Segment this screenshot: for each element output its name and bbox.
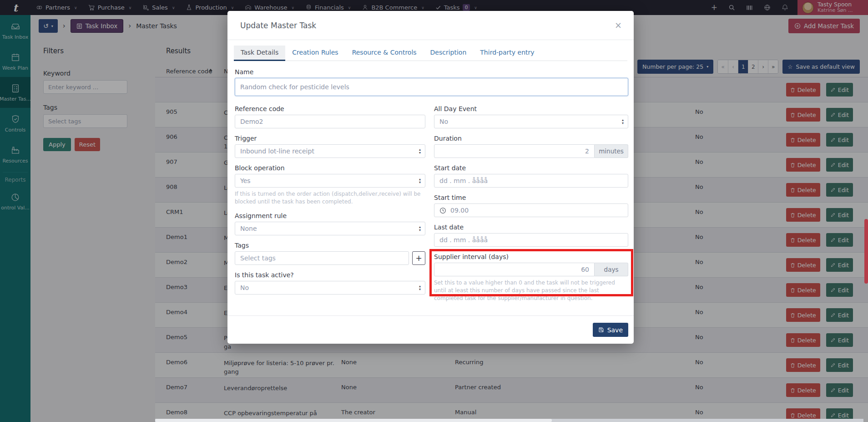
save-button[interactable]: Save [593,323,628,337]
clock-icon [439,207,446,214]
start-date-label: Start date [434,164,628,172]
block-operation-select[interactable]: Yes▴▾ [235,174,425,188]
horizontal-scrollbar[interactable] [155,419,863,422]
tab-third-party-entry[interactable]: Third-party entry [473,46,541,61]
floppy-save-icon [598,327,604,333]
select-stepper-icon: ▴▾ [419,178,421,184]
name-label: Name [235,68,628,76]
select-stepper-icon: ▴▾ [622,118,624,125]
tab-resource-controls[interactable]: Resource & Controls [345,46,424,61]
start-time-input[interactable]: 09.00 [434,203,628,217]
supplier-interval-help: Set this to a value higher than 0 and th… [434,279,628,302]
reference-code-label: Reference code [235,105,425,112]
horizontal-scrollbar-thumb[interactable] [155,419,552,422]
supplier-interval-label: Supplier interval (days) [434,253,628,260]
is-task-active-select[interactable]: No▴▾ [235,281,425,295]
block-operation-help: If this is turned on the order action (d… [235,190,425,206]
name-input[interactable] [235,78,628,96]
select-stepper-icon: ▴▾ [419,225,421,232]
tags-label: Tags [235,242,425,249]
supplier-interval-input[interactable] [434,263,595,276]
assignment-rule-label: Assignment rule [235,212,425,219]
add-tag-button[interactable]: + [412,251,425,265]
close-icon[interactable]: × [611,19,626,31]
duration-label: Duration [434,135,628,142]
is-task-active-label: Is this task active? [235,271,425,279]
modal-title: Update Master Task [240,21,316,30]
modal-tabs: Task Details Creation Rules Resource & C… [234,46,627,61]
select-stepper-icon: ▴▾ [419,148,421,154]
supplier-interval-unit-addon: days [595,263,628,276]
last-date-input[interactable] [434,233,628,247]
all-day-event-select[interactable]: No▴▾ [434,115,628,128]
vertical-scrollbar-thumb[interactable] [864,219,868,284]
trigger-select[interactable]: Inbound lot-line receipt▴▾ [235,144,425,158]
supplier-interval-group: Supplier interval (days) days Set this t… [434,253,628,302]
select-stepper-icon: ▴▾ [419,285,421,291]
assignment-rule-select[interactable]: None▴▾ [235,222,425,235]
duration-input[interactable] [434,144,595,158]
last-date-label: Last date [434,224,628,231]
start-date-input[interactable] [434,174,628,188]
duration-unit-addon: minutes [595,144,628,158]
tags-select-input[interactable] [235,251,409,265]
update-master-task-modal: Update Master Task × Task Details Creati… [227,11,634,344]
tab-description[interactable]: Description [424,46,474,61]
start-time-label: Start time [434,194,628,201]
tab-task-details[interactable]: Task Details [234,46,285,61]
tab-creation-rules[interactable]: Creation Rules [285,46,345,61]
block-operation-label: Block operation [235,164,425,172]
reference-code-input[interactable] [235,115,425,128]
all-day-event-label: All Day Event [434,105,628,112]
trigger-label: Trigger [235,135,425,142]
